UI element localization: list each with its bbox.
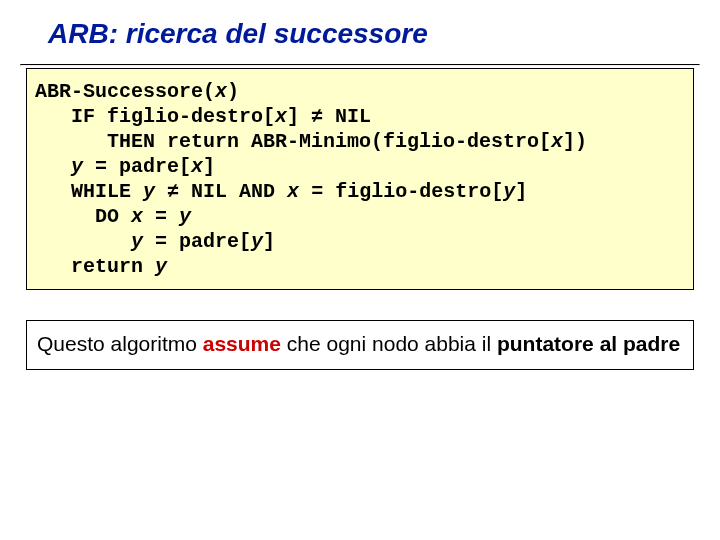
code-text: NIL — [323, 105, 371, 128]
note-text: Questo algoritmo — [37, 332, 203, 355]
code-text: = padre[ — [143, 230, 251, 253]
neq-symbol: ≠ — [167, 180, 179, 203]
code-var: y — [179, 205, 191, 228]
code-var: x — [215, 80, 227, 103]
code-line-7: y = padre[y] — [35, 229, 685, 254]
code-var: x — [551, 130, 563, 153]
code-text: DO — [35, 205, 131, 228]
code-var: x — [191, 155, 203, 178]
code-text: ] — [203, 155, 215, 178]
code-var: y — [71, 155, 83, 178]
code-line-4: y = padre[x] — [35, 154, 685, 179]
code-line-6: DO x = y — [35, 204, 685, 229]
code-var: y — [143, 180, 155, 203]
code-var: y — [155, 255, 167, 278]
code-var: x — [275, 105, 287, 128]
code-line-2: IF figlio-destro[x] ≠ NIL — [35, 104, 685, 129]
code-text: = — [143, 205, 179, 228]
code-text: NIL AND — [179, 180, 287, 203]
code-text: ] — [287, 105, 311, 128]
code-text: THEN return ABR-Minimo(figlio-destro[ — [35, 130, 551, 153]
slide-title: ARB: ricerca del successore — [48, 18, 700, 50]
code-text: ] — [515, 180, 527, 203]
code-text: = figlio-destro[ — [299, 180, 503, 203]
code-text: WHILE — [35, 180, 143, 203]
note-assume: assume — [203, 332, 281, 355]
code-line-1: ABR-Successore(x) — [35, 79, 685, 104]
code-text: ABR-Successore( — [35, 80, 215, 103]
code-text — [35, 155, 71, 178]
code-text: IF figlio-destro[ — [35, 105, 275, 128]
code-line-5: WHILE y ≠ NIL AND x = figlio-destro[y] — [35, 179, 685, 204]
code-text — [155, 180, 167, 203]
code-text: = padre[ — [83, 155, 191, 178]
code-var: y — [251, 230, 263, 253]
code-box: ABR-Successore(x) IF figlio-destro[x] ≠ … — [26, 68, 694, 290]
code-text: return — [35, 255, 155, 278]
slide: ARB: ricerca del successore ABR-Successo… — [0, 0, 720, 390]
code-line-8: return y — [35, 254, 685, 279]
note-text: che ogni nodo abbia il — [281, 332, 497, 355]
code-line-3: THEN return ABR-Minimo(figlio-destro[x]) — [35, 129, 685, 154]
note-bold: puntatore al padre — [497, 332, 680, 355]
code-text: ] — [263, 230, 275, 253]
code-text — [35, 230, 131, 253]
neq-symbol: ≠ — [311, 105, 323, 128]
code-var: y — [131, 230, 143, 253]
code-text: ]) — [563, 130, 587, 153]
code-var: y — [503, 180, 515, 203]
code-text: ) — [227, 80, 239, 103]
code-var: x — [287, 180, 299, 203]
note-box: Questo algoritmo assume che ogni nodo ab… — [26, 320, 694, 370]
code-var: x — [131, 205, 143, 228]
